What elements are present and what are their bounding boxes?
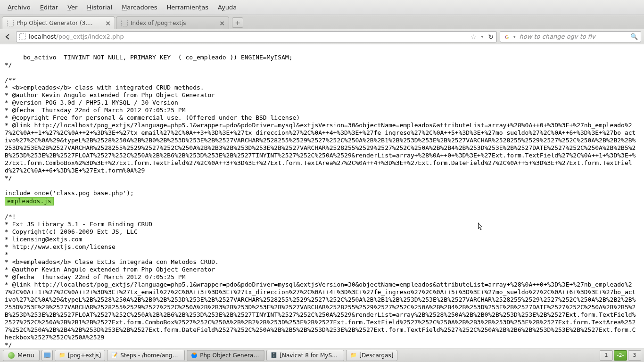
workspace-3[interactable]: 3: [628, 350, 641, 361]
task-label: [Navicat 8 for MySQL]: [280, 352, 340, 359]
menu-marcadores[interactable]: Marcadores: [117, 2, 162, 13]
page-icon: [7, 20, 14, 26]
address-bar: localhost/pog_extjs/index2.php ☆ ▾ ↻ G ▾…: [0, 29, 644, 44]
task-label: Steps - /home/angul...: [120, 352, 181, 359]
url-text: localhost/pog_extjs/index2.php: [29, 33, 468, 40]
tab-title: Index of /pog+extjs: [131, 20, 216, 26]
tab-close-icon[interactable]: ×: [219, 19, 225, 27]
code-line: */: [5, 61, 12, 68]
engine-dropdown-icon[interactable]: ▾: [513, 34, 516, 39]
search-engine-icon[interactable]: G: [503, 33, 511, 40]
menu-herramientas[interactable]: Herramientas: [162, 2, 214, 13]
tab-title: Php Object Generator (3....: [17, 20, 102, 26]
desktop-icon: [44, 353, 50, 358]
bookmark-star-icon[interactable]: ☆: [471, 33, 477, 41]
database-icon: 🗄️: [271, 352, 277, 359]
app-menu: Archivo Editar Ver Historial Marcadores …: [0, 0, 644, 15]
url-input[interactable]: localhost/pog_extjs/index2.php ☆ ▾ ↻: [16, 31, 497, 42]
menu-archivo[interactable]: Archivo: [3, 2, 35, 13]
back-icon: [5, 33, 11, 40]
menu-editar[interactable]: Editar: [35, 2, 63, 13]
code-link-block: * @link http://localhost/pog_extjs/?lang…: [5, 281, 636, 341]
menu-historial[interactable]: Historial: [82, 2, 117, 13]
workspace-1[interactable]: 1: [600, 350, 613, 361]
show-desktop-button[interactable]: [41, 350, 53, 361]
new-tab-button[interactable]: +: [232, 17, 243, 28]
fold-tag[interactable]: empleados.js: [5, 197, 54, 206]
tab-inactive[interactable]: Index of /pog+extjs ×: [116, 16, 229, 29]
code-line: include once('class.pog base.php');: [5, 189, 134, 197]
folder-icon: 📁: [350, 352, 357, 359]
task-label: [pog+extjs]: [68, 352, 101, 359]
folder-icon: 📁: [59, 352, 66, 359]
mint-logo-icon: [8, 352, 15, 359]
editor-icon: 📝: [111, 352, 118, 359]
workspace-switcher: 1 -2- 3: [600, 350, 641, 361]
code-line: */: [5, 341, 12, 348]
tab-close-icon[interactable]: ×: [105, 19, 111, 27]
reload-icon[interactable]: ↻: [488, 33, 494, 41]
code-line: bo_activo TINYINT NOT NULL, PRIMARY KEY …: [5, 54, 292, 61]
code-block: /*! * Ext JS Library 3.1 - Form Binding …: [5, 213, 219, 280]
svg-rect-0: [44, 353, 50, 357]
mouse-cursor-icon: [478, 222, 484, 231]
menu-ver[interactable]: Ver: [63, 2, 82, 13]
tab-strip: Php Object Generator (3.... × Index of /…: [0, 15, 644, 29]
task-label: Php Object Generato...: [200, 352, 260, 359]
task-item[interactable]: 📁 [Descargas]: [346, 350, 397, 361]
search-icon[interactable]: 🔍: [630, 33, 638, 40]
page-content: bo_activo TINYINT NOT NULL, PRIMARY KEY …: [0, 44, 644, 348]
code-link-block: * @link http://localhost/pog_extjs/?lang…: [5, 122, 636, 174]
page-icon: [121, 20, 128, 26]
tab-active[interactable]: Php Object Generator (3.... ×: [2, 16, 115, 29]
start-menu-label: Menu: [17, 352, 34, 359]
taskbar: Menu 📁 [pog+extjs] 📝 Steps - /home/angul…: [0, 348, 644, 362]
task-item[interactable]: 🗄️ [Navicat 8 for MySQL]: [266, 350, 344, 361]
workspace-2[interactable]: -2-: [614, 350, 627, 361]
code-block: /** * <b>empleados</b> class with integr…: [5, 76, 300, 121]
task-item[interactable]: 📁 [pog+extjs]: [55, 350, 106, 361]
url-dropdown-icon[interactable]: ▾: [481, 34, 483, 39]
task-item[interactable]: 📝 Steps - /home/angul...: [107, 350, 185, 361]
menu-ayuda[interactable]: Ayuda: [213, 2, 241, 13]
site-icon: [19, 33, 26, 40]
task-label: [Descargas]: [359, 352, 393, 359]
start-menu-button[interactable]: Menu: [3, 350, 40, 361]
code-line: */: [5, 174, 12, 181]
svg-rect-1: [46, 357, 49, 358]
firefox-icon: [191, 352, 198, 359]
search-query: how to change ogv to flv: [520, 33, 627, 40]
search-input[interactable]: G ▾ how to change ogv to flv 🔍: [500, 31, 641, 42]
task-item-active[interactable]: Php Object Generato...: [187, 350, 264, 361]
back-button[interactable]: [3, 32, 13, 42]
